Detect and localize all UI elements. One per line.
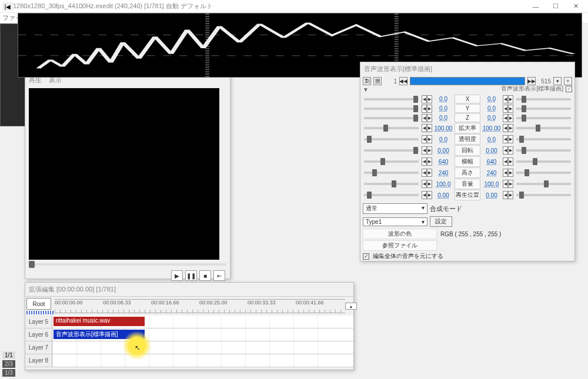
spin-l-dn-6[interactable]: ◀ (422, 157, 427, 166)
preview-back-button[interactable]: |◀ (2, 2, 13, 11)
value-right-9[interactable]: 0.00 (482, 192, 501, 199)
slider-right-8[interactable] (516, 183, 571, 185)
enable-checkbox[interactable]: ✓ (566, 86, 572, 92)
slider-right-5[interactable] (516, 149, 571, 152)
slider-right-7[interactable] (516, 172, 571, 174)
spin-r-dn-5[interactable]: ◀ (503, 146, 508, 155)
slider-left-8[interactable] (364, 183, 419, 185)
spin-r-dn-6[interactable]: ◀ (503, 157, 508, 166)
spin-r-dn-7[interactable]: ◀ (503, 169, 508, 177)
param-name-8[interactable]: 音量 (455, 179, 480, 189)
type-select[interactable]: Type1▾ (363, 217, 427, 226)
layer-label-1[interactable]: Layer 6 (25, 328, 52, 341)
root-button[interactable]: Root (26, 298, 51, 310)
spin-l-dn-5[interactable]: ◀ (422, 146, 427, 155)
minimize-button[interactable]: — (526, 1, 546, 12)
stop-button[interactable]: ■ (199, 270, 211, 281)
frame-progress[interactable] (410, 77, 525, 85)
blend-mode-select[interactable]: 通常▾ (363, 203, 427, 214)
value-right-4[interactable]: 0.0 (482, 136, 501, 143)
frame-prev-button[interactable]: ◀◀ (399, 77, 407, 85)
value-left-0[interactable]: 0.0 (434, 96, 453, 102)
settings-button[interactable]: 設定 (430, 216, 452, 227)
value-left-9[interactable]: 0.00 (434, 192, 453, 199)
slider-left-5[interactable] (364, 149, 419, 152)
value-left-3[interactable]: 100.00 (434, 125, 453, 132)
spin-l-up-4[interactable]: ▶ (427, 135, 432, 143)
close-button[interactable]: ✕ (566, 1, 586, 12)
spin-r-up-4[interactable]: ▶ (508, 135, 513, 143)
spin-r-up-8[interactable]: ▶ (508, 180, 513, 188)
spin-r-dn-4[interactable]: ◀ (503, 135, 508, 143)
value-right-1[interactable]: 0.0 (482, 105, 501, 112)
next-effect-icon[interactable]: 囲 (373, 77, 382, 85)
pause-button[interactable]: ❚❚ (185, 270, 197, 281)
param-name-0[interactable]: X (455, 95, 480, 103)
param-name-4[interactable]: 透明度 (455, 134, 480, 145)
spin-r-up-5[interactable]: ▶ (508, 146, 513, 155)
value-right-6[interactable]: 640 (482, 159, 501, 165)
slider-left-9[interactable] (364, 194, 419, 196)
spin-l-dn-1[interactable]: ◀ (422, 105, 427, 113)
slider-right-2[interactable] (516, 117, 571, 119)
reference-file-label[interactable]: 参照ファイル (363, 240, 437, 251)
value-left-7[interactable]: 240 (434, 170, 453, 176)
slider-right-1[interactable] (516, 108, 571, 110)
maximize-button[interactable]: ☐ (546, 1, 566, 12)
slider-right-9[interactable] (516, 194, 571, 196)
to-start-button[interactable]: ⇤ (213, 270, 225, 281)
spin-l-up-3[interactable]: ▶ (427, 124, 432, 132)
spin-l-up-1[interactable]: ▶ (427, 105, 432, 113)
play-button[interactable]: ▶ (171, 270, 183, 281)
spin-l-up-5[interactable]: ▶ (427, 146, 432, 155)
value-right-0[interactable]: 0.0 (482, 96, 501, 102)
spin-l-dn-7[interactable]: ◀ (422, 169, 427, 177)
page-label-2[interactable]: 2/3 (2, 360, 15, 368)
layer-track-1[interactable]: 音声波形表示[標準描画] (52, 328, 353, 341)
spin-l-up-0[interactable]: ▶ (427, 95, 432, 103)
spin-r-dn-2[interactable]: ◀ (503, 114, 508, 122)
param-name-6[interactable]: 横幅 (455, 156, 480, 167)
collapse-icon[interactable]: ▼ (363, 86, 369, 93)
slider-left-4[interactable] (364, 138, 419, 140)
spin-l-dn-2[interactable]: ◀ (422, 114, 427, 122)
spin-l-dn-8[interactable]: ◀ (422, 180, 427, 188)
value-right-8[interactable]: 100.0 (482, 181, 501, 187)
param-name-2[interactable]: Z (455, 113, 480, 122)
value-left-2[interactable]: 0.0 (434, 115, 453, 121)
spin-r-up-9[interactable]: ▶ (508, 191, 513, 199)
layer-track-0[interactable]: rittaihakei music.wav (52, 316, 353, 328)
layer-track-2[interactable] (52, 341, 353, 354)
slider-right-0[interactable] (516, 98, 571, 100)
prev-effect-icon[interactable]: 剽 (363, 77, 371, 85)
spin-r-dn-0[interactable]: ◀ (503, 95, 508, 103)
slider-left-3[interactable] (364, 127, 419, 129)
layer-label-2[interactable]: Layer 7 (25, 341, 52, 354)
spin-l-dn-3[interactable]: ◀ (422, 124, 427, 132)
slider-left-7[interactable] (364, 172, 419, 174)
spin-l-up-8[interactable]: ▶ (427, 180, 432, 188)
wave-color-label[interactable]: 波形の色 (363, 229, 437, 239)
spin-l-up-7[interactable]: ▶ (427, 169, 432, 177)
clip-audio[interactable]: rittaihakei music.wav (54, 317, 145, 326)
slider-left-0[interactable] (364, 98, 419, 100)
value-left-1[interactable]: 0.0 (434, 105, 453, 112)
param-name-9[interactable]: 再生位置 (455, 190, 480, 200)
spin-r-dn-9[interactable]: ◀ (503, 191, 508, 199)
slider-right-4[interactable] (516, 138, 571, 140)
layer-track-3[interactable] (52, 354, 353, 367)
value-right-3[interactable]: 100.00 (482, 125, 501, 132)
param-name-1[interactable]: Y (455, 104, 480, 113)
value-left-5[interactable]: 0.00 (434, 147, 453, 154)
slider-left-6[interactable] (364, 160, 419, 163)
spin-r-up-1[interactable]: ▶ (508, 105, 513, 113)
time-ruler[interactable]: 00:00:00.0000:00:08.3300:00:16.6600:00:2… (55, 299, 345, 313)
spin-l-up-9[interactable]: ▶ (427, 191, 432, 199)
spin-r-dn-3[interactable]: ◀ (503, 124, 508, 132)
slider-left-1[interactable] (364, 108, 419, 110)
param-name-5[interactable]: 回転 (455, 145, 480, 156)
frame-next-button[interactable]: ▶▶ (527, 77, 536, 85)
value-right-2[interactable]: 0.0 (482, 115, 501, 121)
spin-l-dn-0[interactable]: ◀ (422, 95, 427, 103)
spin-r-up-2[interactable]: ▶ (508, 114, 513, 122)
